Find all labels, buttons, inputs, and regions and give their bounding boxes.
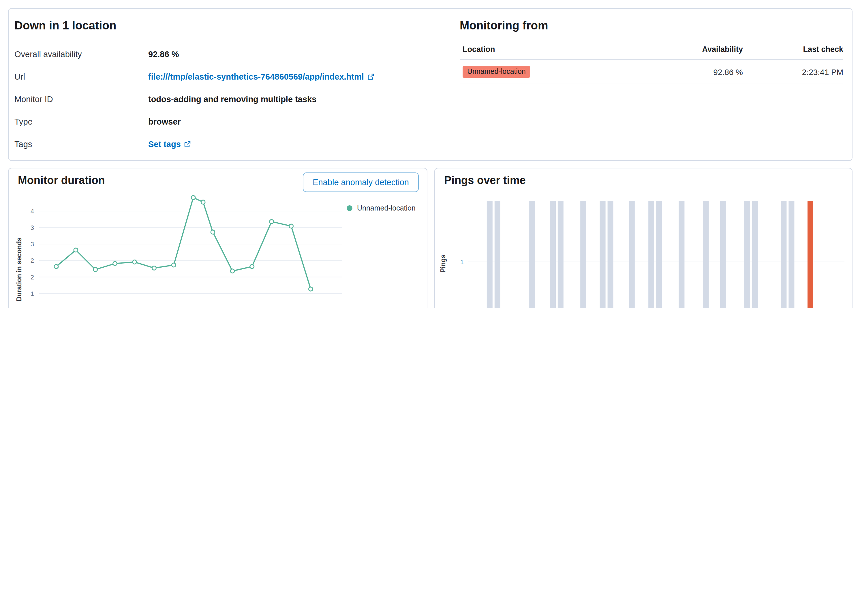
svg-text:1: 1 bbox=[31, 290, 34, 297]
monitor-type-value: browser bbox=[148, 117, 181, 126]
table-row: Unnamed-location 92.86 % 2:23:41 PM bbox=[460, 60, 843, 84]
svg-text:2: 2 bbox=[31, 274, 34, 281]
column-header-last-check: Last check bbox=[743, 45, 843, 54]
field-type: Type browser bbox=[14, 110, 441, 133]
field-label: Monitor ID bbox=[14, 94, 148, 103]
uptime-monitor-page: Down in 1 location Overall availability … bbox=[0, 0, 860, 308]
monitor-url-link[interactable]: file:///tmp/elastic-synthetics-764860569… bbox=[148, 72, 374, 81]
field-tags: Tags Set tags bbox=[14, 133, 441, 155]
field-monitor-id: Monitor ID todos-adding and removing mul… bbox=[14, 88, 441, 110]
field-url: Url file:///tmp/elastic-synthetics-76486… bbox=[14, 65, 441, 88]
monitoring-from-header: Location Availability Last check bbox=[460, 42, 843, 60]
monitoring-from-section: Monitoring from Location Availability La… bbox=[460, 19, 843, 84]
svg-text:1: 1 bbox=[31, 307, 34, 308]
monitor-summary: Down in 1 location Overall availability … bbox=[14, 19, 441, 155]
availability-cell: 92.86 % bbox=[604, 67, 743, 77]
monitor-url-text: file:///tmp/elastic-synthetics-764860569… bbox=[148, 72, 364, 81]
field-overall-availability: Overall availability 92.86 % bbox=[14, 43, 441, 65]
monitor-duration-panel: Monitor duration Enable anomaly detectio… bbox=[8, 168, 427, 308]
svg-text:3: 3 bbox=[31, 224, 34, 231]
pings-over-time-title: Pings over time bbox=[444, 174, 526, 187]
column-header-availability: Availability bbox=[604, 45, 743, 54]
field-label: Url bbox=[14, 72, 148, 81]
set-tags-text: Set tags bbox=[148, 139, 181, 149]
svg-text:4: 4 bbox=[31, 208, 34, 215]
column-header-location: Location bbox=[460, 45, 604, 54]
monitoring-from-title: Monitoring from bbox=[460, 19, 843, 32]
field-label: Tags bbox=[14, 139, 148, 149]
svg-text:2: 2 bbox=[31, 257, 34, 264]
svg-text:1: 1 bbox=[460, 259, 464, 266]
svg-text:Duration in seconds: Duration in seconds bbox=[15, 237, 23, 301]
pings-over-time-panel: Pings over time 1014:1014:1114:1214:1314… bbox=[434, 168, 852, 308]
field-label: Type bbox=[14, 117, 148, 126]
location-badge: Unnamed-location bbox=[463, 66, 530, 78]
last-check-cell: 2:23:41 PM bbox=[743, 67, 843, 77]
status-title: Down in 1 location bbox=[14, 19, 441, 32]
svg-text:Pings: Pings bbox=[439, 255, 447, 273]
monitor-duration-title: Monitor duration bbox=[18, 174, 105, 187]
external-link-icon bbox=[367, 73, 374, 80]
field-label: Overall availability bbox=[14, 49, 148, 58]
monitor-status-panel: Down in 1 location Overall availability … bbox=[8, 8, 852, 161]
monitor-id-value: todos-adding and removing multiple tasks bbox=[148, 94, 316, 103]
enable-anomaly-detection-button[interactable]: Enable anomaly detection bbox=[303, 172, 419, 192]
legend-label: Unnamed-location bbox=[357, 204, 416, 212]
availability-value: 92.86 % bbox=[148, 49, 179, 58]
monitor-duration-chart[interactable]: 0112233414:1014:1114:1214:1314:1414:1514… bbox=[14, 191, 361, 308]
svg-text:3: 3 bbox=[31, 240, 34, 248]
set-tags-link[interactable]: Set tags bbox=[148, 139, 191, 149]
pings-over-time-chart[interactable]: 1014:1014:1114:1214:1314:1414:1514:1614:… bbox=[437, 191, 848, 308]
external-link-icon bbox=[184, 140, 191, 147]
